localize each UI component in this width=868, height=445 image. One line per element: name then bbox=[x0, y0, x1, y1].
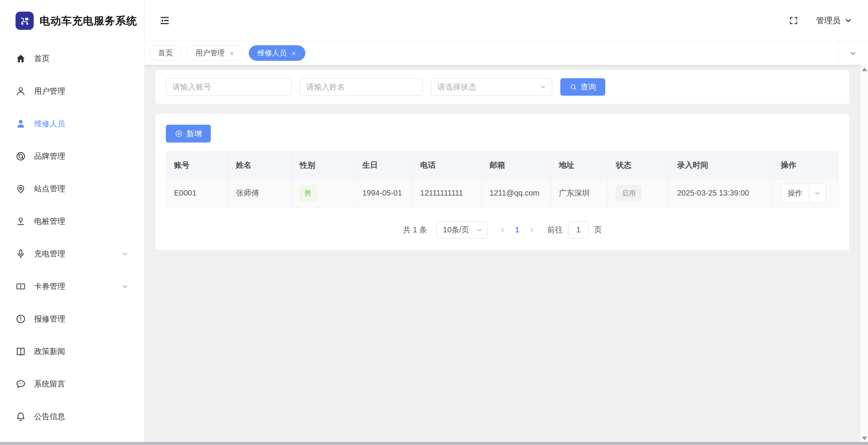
sidebar-item-policy-news[interactable]: 政策新闻 bbox=[0, 335, 144, 368]
sidebar-item-label: 用户管理 bbox=[34, 86, 65, 96]
current-page[interactable]: 1 bbox=[515, 225, 519, 234]
sidebar-item-brands[interactable]: 品牌管理 bbox=[0, 140, 144, 172]
chevron-down-icon bbox=[844, 16, 852, 25]
search-button-label: 查询 bbox=[580, 82, 596, 92]
search-button[interactable]: 查询 bbox=[560, 78, 605, 96]
cell-entry-time: 2025-03-25 13:39:00 bbox=[669, 179, 773, 208]
sidebar-item-users[interactable]: 用户管理 bbox=[0, 75, 144, 107]
open-book-icon bbox=[16, 346, 26, 357]
sidebar-item-label: 充电管理 bbox=[34, 249, 65, 259]
home-icon bbox=[16, 53, 26, 64]
next-page-icon[interactable] bbox=[528, 226, 536, 234]
sidebar-item-label: 卡券管理 bbox=[34, 281, 65, 292]
sidebar-item-home[interactable]: 首页 bbox=[0, 42, 144, 75]
chevron-down-icon[interactable] bbox=[809, 184, 825, 203]
status-badge: 启用 bbox=[616, 185, 641, 201]
close-icon[interactable] bbox=[291, 50, 297, 56]
horizontal-scrollbar-thumb[interactable] bbox=[0, 442, 868, 445]
top-header: 管理员 bbox=[145, 0, 868, 41]
search-panel: 请选择状态 查询 bbox=[155, 70, 849, 104]
bell-icon bbox=[16, 411, 26, 422]
cell-status: 启用 bbox=[608, 179, 669, 208]
sidebar-item-coupons[interactable]: 卡券管理 bbox=[0, 270, 144, 302]
col-status: 状态 bbox=[608, 152, 669, 179]
logo-row: 电动车充电服务系统 bbox=[0, 0, 144, 41]
fullscreen-icon[interactable] bbox=[789, 15, 799, 26]
chevron-down-icon bbox=[476, 227, 483, 234]
col-name: 姓名 bbox=[228, 152, 292, 179]
app-window: 电动车充电服务系统 首页 用户管理 维修人员 bbox=[0, 0, 868, 445]
goto-page-input[interactable] bbox=[568, 221, 589, 239]
sidebar-item-stations[interactable]: 站点管理 bbox=[0, 172, 144, 205]
chevron-down-icon bbox=[121, 283, 129, 290]
sidebar-item-maintenance-staff[interactable]: 维修人员 bbox=[0, 107, 144, 140]
cell-email: 1211@qq.com bbox=[482, 179, 551, 208]
row-action-button[interactable]: 操作 bbox=[781, 184, 826, 203]
user-dropdown[interactable]: 管理员 bbox=[816, 15, 852, 26]
cell-name: 张师傅 bbox=[228, 179, 292, 208]
header-actions: 管理员 bbox=[789, 15, 852, 26]
cell-phone: 12111111111 bbox=[412, 179, 482, 208]
sidebar-item-charging-mgmt[interactable]: 充电管理 bbox=[0, 237, 144, 270]
sidebar-fold-icon[interactable] bbox=[159, 15, 170, 26]
sidebar-item-repair-mgmt[interactable]: 报修管理 bbox=[0, 302, 144, 335]
page-suffix: 页 bbox=[594, 225, 602, 235]
col-phone: 电话 bbox=[412, 152, 482, 179]
cell-action: 操作 bbox=[773, 179, 839, 208]
tab-user-management[interactable]: 用户管理 bbox=[187, 45, 243, 61]
vertical-scrollbar[interactable] bbox=[860, 65, 868, 442]
brand-ring-icon bbox=[16, 151, 26, 162]
col-action: 操作 bbox=[773, 152, 839, 179]
sidebar: 电动车充电服务系统 首页 用户管理 维修人员 bbox=[0, 0, 145, 445]
sidebar-item-announcements[interactable]: 公告信息 bbox=[0, 400, 144, 433]
name-input[interactable] bbox=[300, 78, 423, 96]
cell-birthday: 1994-05-01 bbox=[355, 179, 412, 208]
col-gender: 性别 bbox=[292, 152, 354, 179]
prev-page-icon[interactable] bbox=[499, 226, 506, 234]
page-size-value: 10条/页 bbox=[443, 225, 469, 235]
warning-circle-icon bbox=[16, 314, 26, 324]
row-action-label[interactable]: 操作 bbox=[781, 184, 809, 203]
sidebar-item-label: 报修管理 bbox=[34, 314, 65, 324]
add-button-label: 新增 bbox=[186, 129, 202, 139]
staff-table: 账号 姓名 性别 生日 电话 邮箱 地址 状态 录入时间 操作 E0001 bbox=[166, 151, 839, 208]
scooter-logo-icon bbox=[16, 12, 34, 30]
app-title: 电动车充电服务系统 bbox=[40, 14, 137, 28]
tab-overflow-dropdown[interactable] bbox=[838, 41, 868, 65]
account-input[interactable] bbox=[166, 78, 292, 96]
tab-maintenance-staff[interactable]: 维修人员 bbox=[249, 45, 305, 61]
ticket-icon bbox=[16, 281, 26, 292]
pagination-total: 共 1 条 bbox=[403, 225, 427, 235]
scroll-up-arrow-icon[interactable] bbox=[862, 67, 867, 71]
page-size-select[interactable]: 10条/页 bbox=[436, 221, 488, 239]
table-panel: 新增 账号 姓名 性别 生日 电话 邮箱 地址 bbox=[155, 114, 849, 250]
gender-badge: 男 bbox=[300, 186, 316, 201]
table-row: E0001 张师傅 男 1994-05-01 12111111111 1211@… bbox=[166, 179, 839, 208]
user-icon bbox=[16, 86, 26, 96]
add-button[interactable]: 新增 bbox=[166, 125, 211, 143]
user-filled-icon bbox=[16, 119, 26, 129]
stamp-icon bbox=[16, 216, 26, 227]
main-content: 请选择状态 查询 新增 bbox=[145, 65, 860, 442]
sidebar-item-label: 维修人员 bbox=[34, 119, 65, 129]
sidebar-item-label: 系统留言 bbox=[34, 379, 65, 389]
microphone-icon bbox=[16, 249, 26, 259]
location-pin-icon bbox=[16, 184, 26, 194]
tab-label: 用户管理 bbox=[195, 48, 225, 58]
col-birthday: 生日 bbox=[355, 152, 412, 179]
col-address: 地址 bbox=[551, 152, 608, 179]
pagination: 共 1 条 10条/页 1 前往 页 bbox=[166, 221, 839, 239]
sidebar-item-label: 电桩管理 bbox=[34, 216, 65, 227]
close-icon[interactable] bbox=[229, 50, 235, 56]
sidebar-item-charging-piles[interactable]: 电桩管理 bbox=[0, 205, 144, 237]
sidebar-item-label: 首页 bbox=[34, 53, 50, 64]
status-select[interactable]: 请选择状态 bbox=[431, 78, 552, 96]
tab-home[interactable]: 首页 bbox=[150, 45, 181, 61]
sidebar-item-label: 政策新闻 bbox=[34, 346, 65, 357]
scroll-down-arrow-icon[interactable] bbox=[862, 436, 867, 440]
cell-gender: 男 bbox=[292, 179, 354, 208]
sidebar-item-label: 品牌管理 bbox=[34, 151, 65, 162]
sidebar-item-system-messages[interactable]: 系统留言 bbox=[0, 368, 144, 400]
chevron-down-icon bbox=[539, 83, 547, 91]
cell-account: E0001 bbox=[166, 179, 228, 208]
